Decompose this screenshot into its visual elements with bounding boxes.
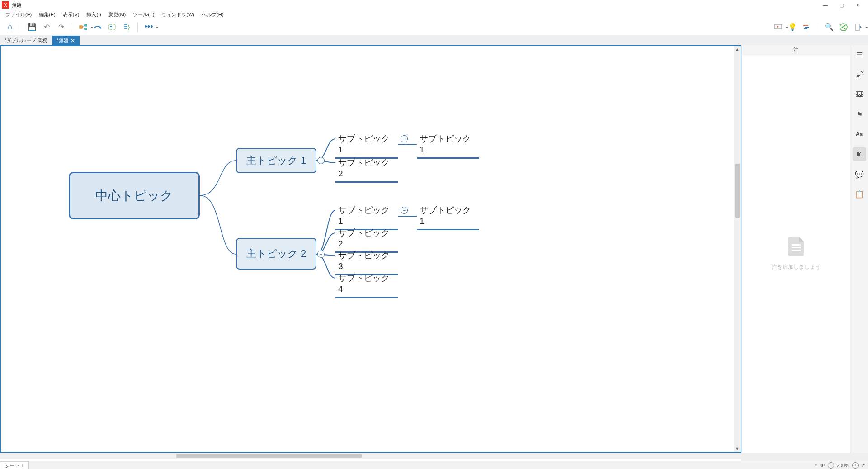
- zoom-in-button[interactable]: +: [852, 462, 859, 469]
- presentation-icon: [774, 24, 782, 31]
- relationship-button[interactable]: [91, 21, 104, 33]
- document-tab[interactable]: *無題 ✕: [52, 36, 79, 45]
- svg-rect-16: [805, 27, 809, 28]
- image-icon: 🖼: [856, 90, 863, 99]
- outline-icon: ☰: [856, 51, 863, 59]
- svg-line-23: [842, 27, 845, 28]
- sub-topic-node[interactable]: サブトピック 4: [335, 270, 398, 298]
- boundary-button[interactable]: [106, 21, 118, 33]
- tab-close-icon[interactable]: ✕: [71, 38, 75, 44]
- node-text: 中心トピック: [95, 187, 173, 204]
- main-topic-node[interactable]: 主トピック 2: [236, 238, 316, 270]
- node-text: サブトピック 1: [420, 134, 471, 154]
- sheet-tabstrip: シート 1 ▾ 👁 − 200% + ⤢: [0, 461, 868, 469]
- collapse-toggle[interactable]: −: [317, 251, 325, 258]
- vertical-scrollbar[interactable]: ▲ ▼: [734, 46, 741, 452]
- menu-window[interactable]: ウィンドウ(W): [158, 10, 198, 19]
- search-icon: 🔍: [825, 23, 834, 31]
- fit-icon[interactable]: ⤢: [861, 462, 865, 468]
- brainstorm-button[interactable]: 💡: [786, 21, 799, 33]
- scroll-up-icon[interactable]: ▲: [734, 46, 741, 52]
- sub-topic-node[interactable]: サブトピック 1: [417, 203, 479, 230]
- menubar: ファイル(F) 編集(E) 表示(V) 挿入(I) 変更(M) ツール(T) ウ…: [0, 10, 868, 19]
- outline-tool[interactable]: ☰: [853, 48, 866, 62]
- close-button[interactable]: ✕: [850, 0, 866, 10]
- notes-panel-body[interactable]: 注を追加しましょう: [742, 55, 850, 453]
- notes-placeholder-text: 注を追加しましょう: [772, 263, 821, 271]
- more-button[interactable]: •••: [142, 21, 155, 33]
- main-topic-node[interactable]: 主トピック 1: [236, 148, 316, 173]
- summary-icon: }: [123, 24, 130, 31]
- ellipsis-icon: •••: [145, 22, 153, 32]
- mindmap-canvas[interactable]: 中心トピック 主トピック 1 − 主トピック 2 − サブトピック 1 − サブ…: [0, 45, 741, 453]
- sub-topic-node[interactable]: サブトピック 2: [335, 155, 398, 183]
- share-button[interactable]: [837, 21, 850, 33]
- node-text: 主トピック 1: [246, 154, 306, 167]
- svg-rect-15: [803, 25, 808, 26]
- export-button[interactable]: [852, 21, 864, 33]
- presentation-button[interactable]: [772, 21, 784, 33]
- gantt-icon: [803, 24, 811, 30]
- notes-tool[interactable]: 🗎: [853, 147, 866, 161]
- scroll-down-icon[interactable]: ▼: [734, 445, 741, 452]
- visibility-icon[interactable]: 👁: [820, 463, 825, 468]
- task-tool[interactable]: 📋: [853, 187, 866, 201]
- menu-modify[interactable]: 変更(M): [105, 10, 130, 19]
- font-icon: Aa: [856, 131, 863, 137]
- comment-icon: 💬: [855, 170, 864, 179]
- image-tool[interactable]: 🖼: [853, 88, 866, 101]
- central-topic-node[interactable]: 中心トピック: [69, 172, 200, 219]
- menu-view[interactable]: 表示(V): [59, 10, 83, 19]
- save-button[interactable]: 💾: [26, 21, 38, 33]
- format-tool[interactable]: 🖌: [853, 68, 866, 81]
- share-icon: [840, 23, 848, 31]
- svg-marker-25: [860, 26, 862, 28]
- redo-button[interactable]: ↷: [55, 21, 67, 33]
- svg-line-1: [82, 25, 85, 27]
- collapse-toggle[interactable]: −: [401, 135, 408, 142]
- sub-topic-node[interactable]: サブトピック 1: [335, 131, 398, 159]
- right-toolstrip: ☰ 🖌 🖼 ⚑ Aa 🗎 💬 📋: [850, 45, 868, 453]
- menu-help[interactable]: ヘルプ(H): [198, 10, 227, 19]
- menu-tools[interactable]: ツール(T): [129, 10, 158, 19]
- sub-topic-node[interactable]: サブトピック 1: [417, 131, 479, 159]
- minimize-button[interactable]: —: [817, 0, 834, 10]
- node-text: サブトピック 4: [338, 273, 390, 294]
- tab-label: *ダブルループ 業務: [5, 37, 47, 44]
- summary-button[interactable]: }: [120, 21, 133, 33]
- clipboard-icon: 📋: [855, 190, 864, 199]
- node-text: サブトピック 2: [338, 228, 390, 248]
- comments-tool[interactable]: 💬: [853, 167, 866, 181]
- maximize-button[interactable]: ▢: [834, 0, 850, 10]
- gantt-button[interactable]: [801, 21, 813, 33]
- document-tab[interactable]: *ダブルループ 業務: [0, 36, 52, 45]
- undo-button[interactable]: ↶: [40, 21, 53, 33]
- undo-icon: ↶: [44, 23, 50, 31]
- collapse-toggle[interactable]: −: [317, 157, 325, 164]
- zoom-level[interactable]: 200%: [837, 463, 849, 468]
- structure-button[interactable]: [77, 21, 90, 33]
- sheet-tab[interactable]: シート 1: [0, 461, 29, 469]
- scrollbar-thumb[interactable]: [176, 454, 362, 458]
- notes-panel: 注 注を追加しましょう: [741, 45, 850, 453]
- menu-edit[interactable]: 編集(E): [35, 10, 59, 19]
- zoom-out-button[interactable]: −: [828, 462, 834, 469]
- svg-rect-4: [85, 28, 87, 30]
- scrollbar-thumb[interactable]: [735, 164, 740, 218]
- svg-line-2: [82, 27, 85, 29]
- boundary-icon: [108, 24, 116, 30]
- filter-icon[interactable]: ▾: [815, 462, 817, 468]
- toolbar: ⌂ 💾 ↶ ↷ } ••• 💡 🔍: [0, 19, 868, 35]
- menu-insert[interactable]: 挿入(I): [83, 10, 104, 19]
- collapse-toggle[interactable]: −: [401, 207, 408, 214]
- menu-file[interactable]: ファイル(F): [2, 10, 35, 19]
- save-icon: 💾: [28, 23, 37, 31]
- node-text: 主トピック 2: [246, 247, 306, 261]
- search-button[interactable]: 🔍: [823, 21, 835, 33]
- document-tabstrip: *ダブルループ 業務 *無題 ✕: [0, 35, 868, 45]
- font-tool[interactable]: Aa: [853, 128, 866, 141]
- horizontal-scrollbar[interactable]: [0, 453, 741, 459]
- marker-tool[interactable]: ⚑: [853, 108, 866, 121]
- home-button[interactable]: ⌂: [4, 21, 16, 33]
- notes-placeholder-icon: [788, 237, 804, 256]
